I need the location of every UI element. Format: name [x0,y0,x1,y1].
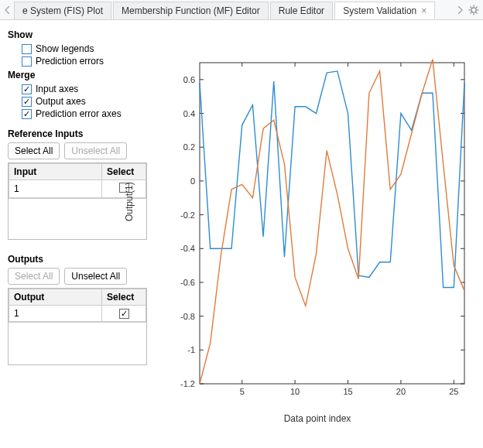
svg-line-7 [471,12,471,13]
svg-text:15: 15 [343,387,352,396]
input-row-value: 1 [9,180,102,198]
outputs-title: Outputs [8,254,149,265]
ref-inputs-unselect-all-button[interactable]: Unselect All [64,142,127,159]
col-select: Select [102,289,146,306]
show-legends-checkbox[interactable]: ✓ [22,44,32,54]
outputs-select-all-button[interactable]: Select All [8,268,60,285]
tab-fis-plot[interactable]: e System (FIS) Plot [14,2,111,19]
svg-line-8 [476,6,477,7]
tab-scroll-left[interactable] [2,2,14,19]
svg-text:0: 0 [190,176,195,186]
options-panel: Show ✓Show legends ✓Prediction errors Me… [0,20,155,448]
input-axes-checkbox[interactable]: ✓ [22,84,32,94]
svg-text:20: 20 [396,387,406,396]
tab-bar: e System (FIS) Plot Membership Function … [0,0,483,20]
tab-mf-editor[interactable]: Membership Function (MF) Editor [113,2,269,19]
svg-text:10: 10 [290,387,300,396]
outputs-table: Output Select 1 ✓ [8,288,147,365]
pred-error-axes-checkbox[interactable]: ✓ [22,109,32,119]
svg-text:-0.6: -0.6 [180,278,195,287]
prediction-errors-label: Prediction errors [36,56,104,67]
col-output: Output [9,289,102,306]
line-chart: -1.2-1-0.8-0.6-0.4-0.200.20.40.651015202… [163,59,472,407]
svg-text:5: 5 [240,387,245,396]
svg-rect-9 [200,63,464,384]
svg-text:25: 25 [449,387,458,396]
svg-text:0.4: 0.4 [183,109,195,118]
svg-text:-1: -1 [187,345,195,354]
y-axis-label: Output(1) [124,182,135,221]
svg-line-5 [471,6,471,7]
svg-text:-1.2: -1.2 [180,379,195,388]
x-axis-label: Data point index [163,413,472,424]
pred-error-axes-label: Prediction error axes [36,108,122,119]
merge-section-title: Merge [8,70,149,80]
col-input: Input [9,164,102,180]
table-row[interactable]: 1 ✓ [9,306,146,322]
tab-scroll-right[interactable] [454,2,466,19]
svg-line-6 [476,12,477,13]
table-header-row: Input Select [9,164,146,180]
show-legends-label: Show legends [36,43,94,54]
svg-text:0.2: 0.2 [183,142,195,152]
svg-text:-0.8: -0.8 [180,312,195,321]
svg-text:-0.2: -0.2 [180,210,195,220]
reference-inputs-title: Reference Inputs [8,128,149,139]
tab-options-gear-icon[interactable] [466,5,481,15]
input-axes-label: Input axes [36,84,78,94]
tab-system-validation[interactable]: System Validation× [334,2,435,19]
close-icon[interactable]: × [421,5,426,16]
svg-text:-0.4: -0.4 [180,244,195,253]
output-axes-checkbox[interactable]: ✓ [22,97,32,107]
table-header-row: Output Select [9,289,146,306]
outputs-unselect-all-button[interactable]: Unselect All [64,268,127,285]
ref-inputs-select-all-button[interactable]: Select All [8,142,60,159]
output-axes-label: Output axes [36,96,86,107]
output-row-value: 1 [9,306,102,322]
svg-text:0.6: 0.6 [183,75,195,84]
output-1-select-checkbox[interactable]: ✓ [119,309,129,319]
tab-rule-editor[interactable]: Rule Editor [270,2,333,19]
chart-area: Output(1) -1.2-1-0.8-0.6-0.4-0.200.20.40… [155,20,483,448]
show-section-title: Show [8,29,149,40]
prediction-errors-checkbox[interactable]: ✓ [22,56,32,67]
svg-point-0 [471,7,476,12]
col-select: Select [102,164,146,180]
